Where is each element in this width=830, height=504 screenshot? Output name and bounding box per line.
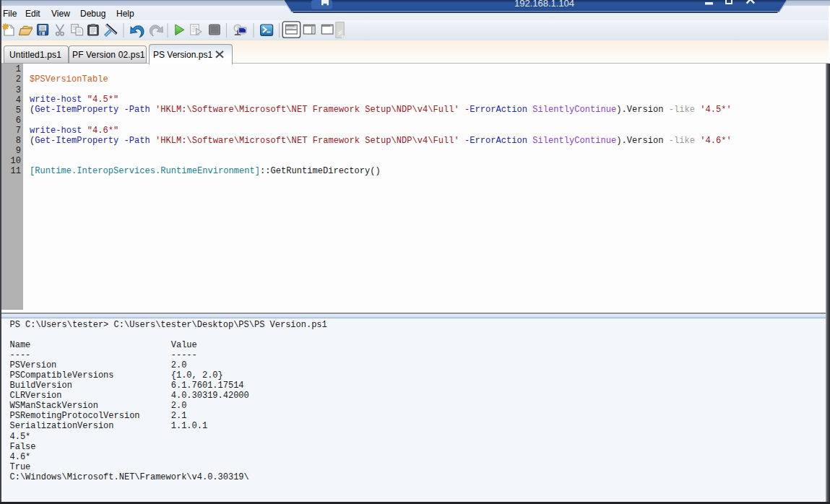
svg-text:192.168.1.104: 192.168.1.104: [514, 0, 574, 9]
